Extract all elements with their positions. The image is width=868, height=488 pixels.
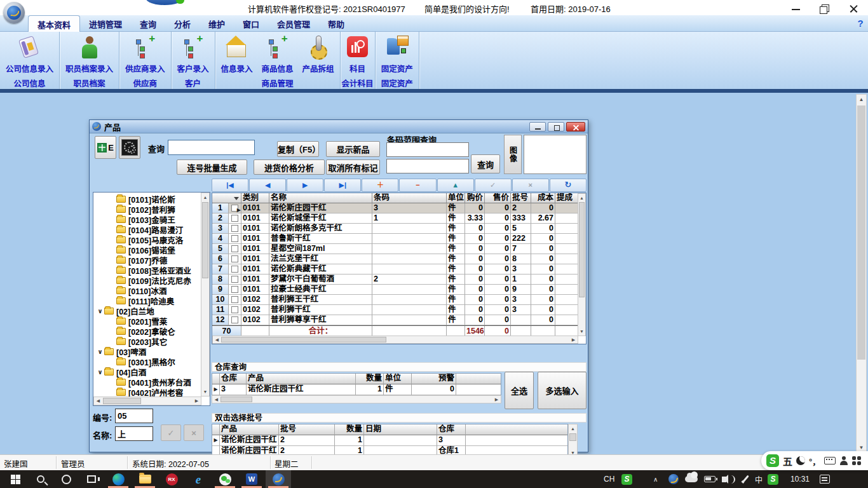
product-row[interactable]: 10 0102 普利狮王干红 件 0 0 3 0 [212,295,586,305]
barcode-query-button[interactable]: 查询 [471,154,500,173]
grid-vertical-scrollbar[interactable]: ▲▼ [578,193,586,336]
ime-lang-indicator[interactable]: CH [604,470,614,488]
minimize-button[interactable] [787,1,806,14]
product-row[interactable]: 9 0101 拉豪士经典干红 件 0 0 9 0 [212,285,586,295]
search-input[interactable] [168,140,255,155]
menu-tab[interactable]: 窗口 [234,15,268,32]
warehouse-row[interactable]: ▶ 3 诺伦斯庄园干红 1 件 0 [212,384,501,395]
row-checkbox[interactable] [231,235,238,242]
dialog-minimize-button[interactable] [529,122,546,132]
menu-tab[interactable]: 进销管理 [80,15,131,32]
nav-button[interactable]: ▶| [324,179,361,192]
batch-vertical-scrollbar[interactable]: ▲▼ [568,424,578,458]
tree-vertical-scrollbar[interactable]: ▲▼ [201,193,210,396]
tree-horizontal-scrollbar[interactable]: ◀▶ [93,396,201,405]
sogou-tray-icon[interactable]: S [621,470,632,488]
menu-tab[interactable]: 基本资料 [28,15,80,32]
nav-button[interactable]: ＋ [362,179,398,192]
row-checkbox[interactable] [231,255,238,262]
copy-button[interactable]: 复制（F5） [277,141,319,157]
employee-file-entry-button[interactable]: 职员档案录入 [61,34,118,74]
row-checkbox[interactable] [231,266,238,273]
product-row[interactable]: 2 0101 诺伦斯城堡干红 1 件 3.33 0 333 2.67 [212,214,586,224]
tree-node[interactable]: [0203]其它 [93,336,201,346]
cortana-button[interactable] [53,470,79,488]
nav-button[interactable]: ↻ [550,179,587,192]
company-info-entry-button[interactable]: 公司信息录入 [1,34,58,74]
product-split-button[interactable]: 产品拆组 [298,34,339,74]
dialog-titlebar[interactable]: 产品 [90,120,588,133]
task-view-button[interactable] [79,470,104,488]
row-checkbox[interactable] [231,215,238,222]
info-entry-button[interactable]: 信息录入 [217,34,257,74]
multi-select-input-button[interactable]: 多选输入 [538,372,587,409]
purchase-price-analysis-button[interactable]: 进货价格分析 [254,159,325,175]
menu-tab[interactable]: 分析 [165,15,200,32]
erp-tray-icon[interactable] [668,470,679,488]
tree-node[interactable]: [0402]泸州老窖 [93,387,201,397]
row-checkbox[interactable] [231,276,238,283]
taskbar-search-button[interactable] [28,470,53,488]
serial-batch-generate-button[interactable]: 连号批量生成 [177,159,247,175]
code-input[interactable] [115,409,153,423]
grid-settings-button[interactable] [119,136,140,159]
tree-node[interactable]: [0301]黑格尔 [93,356,201,367]
row-checkbox[interactable] [231,225,238,232]
ime-wubi-indicator[interactable]: 五 [783,454,792,468]
fixed-assets-button[interactable]: 固定资产 [377,34,417,74]
batch-header-row[interactable]: 产品 批号 数量 日期 仓库 [212,424,567,435]
barcode-to-input[interactable] [386,159,469,173]
customer-entry-button[interactable]: + 客户录入 [173,34,214,74]
show-new-products-button[interactable]: 显示新品 [326,141,380,157]
menu-tab[interactable]: 查询 [131,15,165,32]
scroll-up-icon[interactable]: ▲ [857,95,866,104]
ime-account-icon[interactable] [839,456,848,465]
product-row[interactable]: 4 0101 普鲁斯干红 件 0 0 222 0 [212,234,586,244]
cancel-all-marks-button[interactable]: 取消所有标记 [326,159,380,175]
product-row[interactable]: 8 0101 梦黛尔干白葡萄酒 2 件 0 0 1 0 [212,274,586,285]
product-row[interactable]: 1 ▶ 0101 诺伦斯庄园干红 3 件 0 0 2 0 [212,203,586,214]
row-checkbox[interactable] [231,286,238,293]
row-checkbox[interactable] [231,245,238,252]
ime-chinese-indicator[interactable]: 中 [755,470,763,488]
start-button[interactable] [3,470,28,488]
erp-app-taskbar-button[interactable] [266,470,291,488]
product-row[interactable]: 6 0101 法兰克堡干红 件 0 0 8 0 [212,254,586,264]
action-center-icon[interactable] [820,470,830,488]
nav-button[interactable]: |◀ [212,179,248,192]
batch-row[interactable]: ▶ 诺伦斯庄园干红 2 1 3 [212,435,567,446]
word-taskbar-button[interactable]: W [239,470,264,488]
edge-taskbar-button[interactable] [105,470,131,488]
select-all-button[interactable]: 全选 [505,372,534,409]
menu-tab[interactable]: 维护 [200,15,234,32]
grid-header-row[interactable]: 类别 名称 条码 单位 购价 售价 批号 成本 提成 [212,193,586,203]
grid-horizontal-scrollbar[interactable]: ◀▶ [212,336,578,344]
nav-button[interactable]: ▶ [287,179,323,192]
row-checkbox[interactable] [231,296,238,303]
nav-button[interactable]: − [399,179,436,192]
pen-workspace-icon[interactable] [741,470,750,488]
volume-icon[interactable] [722,470,731,488]
supplier-entry-button[interactable]: + 供应商录入 [121,34,170,74]
dialog-restore-button[interactable] [548,122,564,132]
help-icon[interactable]: ? [855,18,865,28]
onedrive-icon[interactable] [685,470,698,488]
nav-button[interactable]: ▲ [437,179,474,192]
product-row[interactable]: 3 0101 诺伦斯朗格多克干红 件 0 0 5 0 [212,224,586,234]
expand-arrow-icon[interactable]: ∨ [96,308,104,315]
ime-toolbox-icon[interactable] [852,456,861,465]
nav-button[interactable]: ◀ [249,179,286,192]
clock[interactable]: 10:31 [790,470,810,488]
punctuation-icon[interactable]: °， [809,455,820,467]
filter-dropdown-icon[interactable] [234,197,239,200]
dialog-close-button[interactable] [566,122,585,132]
product-row[interactable]: 7 0101 诺伦斯典藏干红 件 0 0 3 0 [212,264,586,274]
product-image-box[interactable] [524,135,587,174]
nav-button[interactable]: ✓ [475,179,512,192]
warehouse-horizontal-scrollbar[interactable]: ◀▶ [212,395,501,403]
expand-arrow-icon[interactable]: ∨ [96,369,104,376]
name-input[interactable] [115,426,153,441]
product-row[interactable]: 5 0101 星都空间187ml 件 0 0 7 0 [212,244,586,254]
row-checkbox[interactable] [231,316,238,323]
confirm-button[interactable]: ✓ [161,424,181,441]
